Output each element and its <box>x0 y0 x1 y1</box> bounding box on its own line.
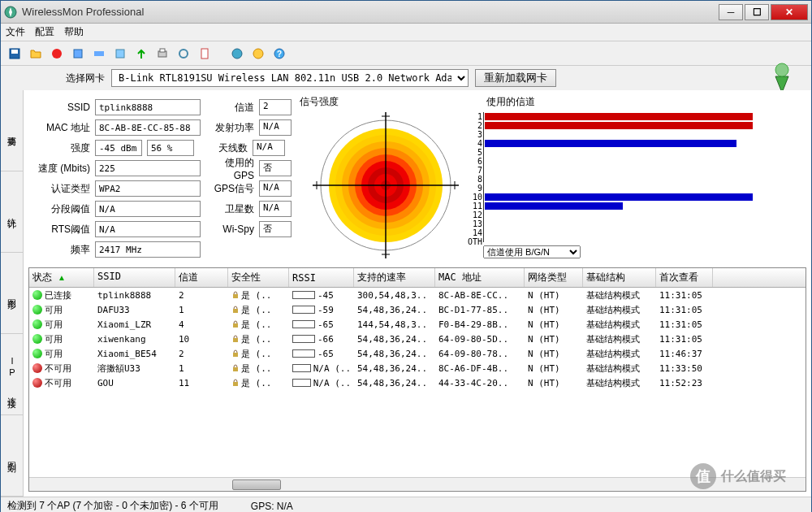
clipboard-icon[interactable] <box>196 45 214 63</box>
col-rssi[interactable]: RSSI <box>289 268 354 287</box>
speed-label: 速度 (Mbits) <box>32 162 90 176</box>
cell-type: N (HT) <box>525 319 583 330</box>
globe-icon[interactable] <box>228 45 246 63</box>
channel-bar-row: 12 <box>487 210 806 219</box>
status-ap-count: 检测到 7 个AP (7 个加密 - 0 个未加密) - 6 个可用 <box>7 499 218 512</box>
network1-icon[interactable] <box>69 45 87 63</box>
save-icon[interactable] <box>6 45 24 63</box>
channel-bar-row: 11 <box>487 202 806 210</box>
svg-point-10 <box>179 50 188 58</box>
network2-icon[interactable] <box>90 45 108 63</box>
cell-ssid: tplink8888 <box>94 290 175 301</box>
menu-config[interactable]: 配置 <box>35 25 54 39</box>
mac-value: 8C-AB-8E-CC-85-88 <box>95 119 201 136</box>
tab-stats[interactable]: 统计 <box>1 171 23 253</box>
mac-label: MAC 地址 <box>32 121 90 135</box>
col-first[interactable]: 首次查看 <box>656 268 713 287</box>
table-row[interactable]: 可用 Xiaomi_BE54 2 是 (.. -65 54,48,36,24..… <box>29 346 806 361</box>
sat-label: 卫星数 <box>209 202 254 216</box>
signal-bar-icon <box>292 364 311 372</box>
export-icon[interactable] <box>132 45 150 63</box>
signal-bar-icon <box>292 291 315 299</box>
settings-icon[interactable] <box>249 45 267 63</box>
cell-chan: 2 <box>175 290 228 301</box>
scroll-thumb[interactable] <box>232 479 281 490</box>
col-type[interactable]: 网络类型 <box>525 268 583 287</box>
status-dot-icon <box>32 363 42 373</box>
gps-signal-value: N/A <box>259 180 292 197</box>
tab-map[interactable]: 图划 <box>1 415 23 497</box>
cell-infra: 基础结构模式 <box>583 348 656 360</box>
folder-icon[interactable] <box>27 45 45 63</box>
channel-number: 2 <box>469 121 482 130</box>
lock-icon <box>231 291 240 299</box>
close-button[interactable]: ✕ <box>771 4 808 20</box>
table-row[interactable]: 可用 xiwenkang 10 是 (.. -66 54,48,36,24.. … <box>29 332 806 346</box>
table-row[interactable]: 可用 DAFU33 1 是 (.. -59 54,48,36,24.. BC-D… <box>29 302 806 317</box>
cell-sec: 是 (.. <box>241 304 272 316</box>
channel-bar-row: 6 <box>487 157 806 166</box>
table-header: 状态▲ SSID 信道 安全性 RSSI 支持的速率 MAC 地址 网络类型 基… <box>29 268 806 288</box>
cell-rssi: N/A (.. <box>313 378 351 388</box>
channel-bar-row: 13 <box>487 219 806 228</box>
content: SSIDtplink8888信道2 MAC 地址8C-AB-8E-CC-85-8… <box>24 90 811 497</box>
status-dot-icon <box>32 334 42 344</box>
col-ssid[interactable]: SSID <box>94 268 175 287</box>
table-row[interactable]: 不可用 GOU 11 是 (.. N/A (.. 54,48,36,24.. 4… <box>29 375 806 390</box>
channel-number: 12 <box>469 210 482 219</box>
col-mac[interactable]: MAC 地址 <box>435 268 525 287</box>
chan-label: 信道 <box>209 101 254 115</box>
cell-rssi: -65 <box>317 319 334 330</box>
col-rate[interactable]: 支持的速率 <box>354 268 435 287</box>
record-icon[interactable] <box>48 45 66 63</box>
signal-radar <box>313 112 459 258</box>
tool1-icon[interactable] <box>175 45 192 63</box>
channel-number: 10 <box>469 193 482 202</box>
col-sec[interactable]: 安全性 <box>228 268 289 287</box>
table-row[interactable]: 已连接 tplink8888 2 是 (.. -45 300,54,48,3..… <box>29 288 806 302</box>
table-body: 已连接 tplink8888 2 是 (.. -45 300,54,48,3..… <box>29 288 806 477</box>
table-row[interactable]: 不可用 溶擞頟U33 1 是 (.. N/A (.. 54,48,36,24..… <box>29 361 806 375</box>
print-icon[interactable] <box>153 45 171 63</box>
menu-file[interactable]: 文件 <box>6 25 25 39</box>
svg-rect-36 <box>233 323 238 328</box>
cell-ssid: Xiaomi_LZR <box>94 319 175 330</box>
side-tabs: 摘要 统计 图形 IP 连接 图划 <box>1 90 24 497</box>
col-infra[interactable]: 基础结构 <box>583 268 656 287</box>
channel-bar-row: 7 <box>487 166 806 175</box>
maximize-button[interactable]: ☐ <box>745 4 769 20</box>
adapter-select[interactable]: B-Link RTL8191SU Wireless LAN 802.11n US… <box>111 69 469 87</box>
cell-infra: 基础结构模式 <box>583 319 656 331</box>
channel-bar <box>485 140 736 147</box>
cell-first: 11:31:05 <box>656 305 713 315</box>
svg-rect-6 <box>99 51 104 56</box>
cell-chan: 1 <box>175 363 228 374</box>
menu-help[interactable]: 帮助 <box>64 25 84 39</box>
freq-value: 2417 MHz <box>95 241 201 258</box>
channel-number: 4 <box>469 139 482 148</box>
tab-summary[interactable]: 摘要 <box>1 90 23 171</box>
status-dot-icon <box>32 378 42 388</box>
channel-number: 6 <box>469 157 482 166</box>
channel-usage-dropdown[interactable]: 信道使用 B/G/N <box>483 245 806 258</box>
status-text: 可用 <box>45 319 63 331</box>
channel-usage-select[interactable]: 信道使用 B/G/N <box>483 245 581 258</box>
tab-ipconn[interactable]: IP 连接 <box>1 334 23 415</box>
table-row[interactable]: 可用 Xiaomi_LZR 4 是 (.. -65 144,54,48,3.. … <box>29 317 806 332</box>
titlebar[interactable]: WirelessMon Professional ─ ☐ ✕ <box>1 1 811 24</box>
col-status[interactable]: 状态▲ <box>29 268 94 287</box>
help-icon[interactable]: ? <box>270 45 288 63</box>
reload-button[interactable]: 重新加载网卡 <box>475 69 556 87</box>
network3-icon[interactable] <box>111 45 129 63</box>
svg-rect-11 <box>201 49 208 59</box>
cell-rate: 54,48,36,24.. <box>354 305 435 315</box>
minimize-button[interactable]: ─ <box>719 4 743 20</box>
rts-value: N/A <box>95 221 201 237</box>
cell-rate: 54,48,36,24.. <box>354 334 435 345</box>
svg-rect-38 <box>233 353 238 357</box>
col-chan[interactable]: 信道 <box>175 268 228 287</box>
tab-graph[interactable]: 图形 <box>1 253 23 334</box>
cell-first: 11:52:23 <box>656 378 713 388</box>
h-scrollbar[interactable] <box>29 477 806 491</box>
frag-label: 分段阈值 <box>32 202 90 216</box>
